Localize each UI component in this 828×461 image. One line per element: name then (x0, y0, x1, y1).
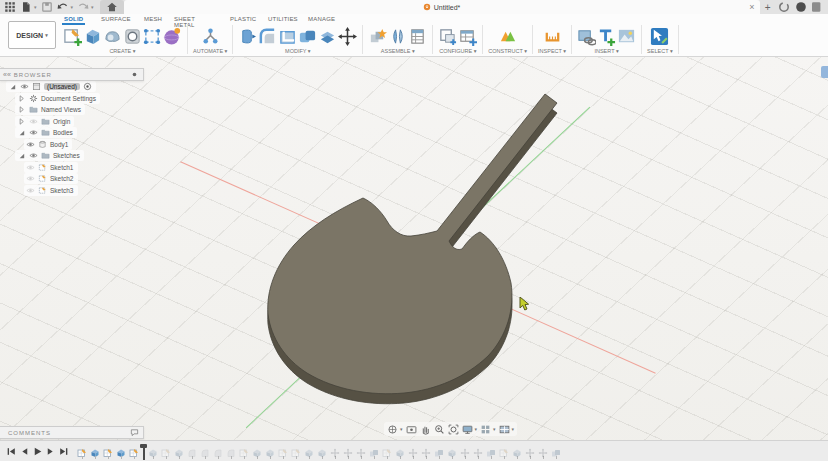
close-tab-button[interactable]: × (749, 1, 754, 13)
browser-item-label[interactable]: Document Settings (41, 95, 96, 102)
timeline-playhead[interactable] (142, 444, 145, 460)
chevron-down-icon[interactable]: ▾ (34, 4, 37, 10)
timeline-move-feature[interactable] (356, 444, 366, 460)
move-icon[interactable] (338, 27, 357, 46)
play-button[interactable] (32, 446, 43, 457)
ribbon-tab-mesh[interactable]: MESH (142, 15, 164, 23)
extrude-icon[interactable] (83, 27, 102, 46)
viewports-icon[interactable] (499, 424, 510, 435)
ribbon-group-label[interactable]: INSPECT ▾ (538, 48, 566, 54)
timeline-extrude-feature[interactable] (90, 444, 100, 460)
timeline-sketch-feature[interactable] (382, 444, 392, 460)
timeline-move-feature[interactable] (538, 444, 548, 460)
ribbon-group-label[interactable]: AUTOMATE ▾ (193, 48, 227, 54)
browser-item-label[interactable]: Sketch2 (50, 175, 74, 182)
fillet-icon[interactable] (258, 27, 277, 46)
chevron-down-icon[interactable]: ▾ (512, 426, 515, 432)
timeline-extrude-feature[interactable] (317, 444, 327, 460)
sphere-icon[interactable] (163, 27, 182, 46)
combine-icon[interactable] (298, 27, 317, 46)
timeline-move-feature[interactable] (460, 444, 470, 460)
form-icon[interactable] (103, 27, 122, 46)
timeline-extrude-feature[interactable] (512, 444, 522, 460)
create-sketch-icon[interactable] (63, 27, 82, 46)
ribbon-group-label[interactable]: CREATE ▾ (109, 48, 135, 54)
timeline-fillet-feature[interactable] (200, 444, 210, 460)
timeline-fillet-feature[interactable] (226, 444, 236, 460)
automate-icon[interactable] (201, 27, 220, 46)
chevron-down-icon[interactable]: ▾ (400, 426, 403, 432)
browser-panel-header[interactable]: «« BROWSER (0, 68, 144, 81)
collapse-arrow-icon[interactable] (17, 151, 26, 160)
select-icon[interactable] (650, 27, 669, 46)
config-table-icon[interactable] (458, 27, 477, 46)
ribbon-tab-solid[interactable]: SOLID (62, 15, 85, 25)
ribbon-tab-plastic[interactable]: PLASTIC (228, 15, 258, 23)
ribbon-group-label[interactable]: INSERT ▾ (594, 48, 618, 54)
collapse-arrow-icon[interactable] (17, 128, 26, 137)
timeline-extrude-feature[interactable] (148, 444, 158, 460)
timeline-sketch-feature[interactable] (499, 444, 509, 460)
panel-options-icon[interactable] (130, 70, 139, 79)
new-component-icon[interactable] (368, 27, 387, 46)
expand-arrow-icon[interactable] (17, 117, 26, 126)
visibility-eye-icon[interactable] (29, 117, 38, 126)
timeline-extrude-feature[interactable] (447, 444, 457, 460)
pattern-icon[interactable] (143, 27, 162, 46)
timeline-sketch-feature[interactable] (291, 444, 301, 460)
chevron-down-icon[interactable]: ▾ (493, 426, 496, 432)
browser-item-label[interactable]: Sketches (53, 152, 80, 159)
insert-text-icon[interactable] (597, 27, 616, 46)
visibility-eye-icon[interactable] (26, 174, 35, 183)
browser-item-label[interactable]: Bodies (53, 129, 73, 136)
timeline-fillet-feature[interactable] (213, 444, 223, 460)
timeline-combine-feature[interactable] (551, 444, 561, 460)
bom-icon[interactable] (408, 27, 427, 46)
browser-item-label[interactable]: Sketch1 (50, 164, 74, 171)
press-pull-icon[interactable] (238, 27, 257, 46)
orbit-icon[interactable] (387, 424, 398, 435)
timeline-extrude-feature[interactable] (395, 444, 405, 460)
zoom-icon[interactable] (434, 424, 445, 435)
browser-row-bodies[interactable]: Bodies (15, 127, 170, 139)
display-settings-icon[interactable] (462, 424, 473, 435)
timeline-sketch-feature[interactable] (239, 444, 249, 460)
timeline-extrude-feature[interactable] (174, 444, 184, 460)
chevron-down-icon[interactable]: ▾ (475, 426, 478, 432)
timeline-move-feature[interactable] (525, 444, 535, 460)
construction-plane-icon[interactable] (498, 27, 517, 46)
timeline-combine-feature[interactable] (369, 444, 379, 460)
timeline-sketch-feature[interactable] (278, 444, 288, 460)
viewcube-partial[interactable] (821, 66, 828, 78)
timeline-fillet-feature[interactable] (187, 444, 197, 460)
visibility-eye-icon[interactable] (29, 128, 38, 137)
browser-item-label[interactable]: Sketch3 (50, 187, 74, 194)
app-grid-icon[interactable] (4, 1, 16, 13)
split-icon[interactable] (318, 27, 337, 46)
ribbon-group-label[interactable]: MODIFY ▾ (285, 48, 311, 54)
joint-icon[interactable] (388, 27, 407, 46)
timeline-move-feature[interactable] (473, 444, 483, 460)
notification-icon[interactable] (795, 1, 807, 13)
browser-row-sketch3[interactable]: Sketch3 (24, 185, 170, 197)
browser-row-sketch1[interactable]: Sketch1 (24, 162, 170, 174)
timeline-sketch-feature[interactable] (129, 444, 139, 460)
chevron-down-icon[interactable]: ▾ (71, 4, 74, 10)
ribbon-group-label[interactable]: SELECT ▾ (647, 48, 673, 54)
profile-icon[interactable] (812, 1, 824, 13)
step-back-button[interactable] (19, 446, 30, 457)
canvas-icon[interactable] (577, 27, 596, 46)
job-status-icon[interactable] (778, 1, 790, 13)
browser-row-named-views[interactable]: Named Views (15, 104, 170, 116)
timeline-move-feature[interactable] (421, 444, 431, 460)
hole-icon[interactable] (123, 27, 142, 46)
timeline-sketch-feature[interactable] (103, 444, 113, 460)
redo-icon[interactable] (77, 1, 89, 13)
collapse-panel-icon[interactable]: «« (0, 71, 14, 78)
timeline-extrude-feature[interactable] (252, 444, 262, 460)
visibility-eye-icon[interactable] (20, 82, 29, 91)
visibility-eye-icon[interactable] (26, 186, 35, 195)
collapse-arrow-icon[interactable] (8, 82, 17, 91)
home-tab[interactable] (100, 0, 124, 14)
browser-row-body1[interactable]: Body1 (24, 139, 170, 151)
